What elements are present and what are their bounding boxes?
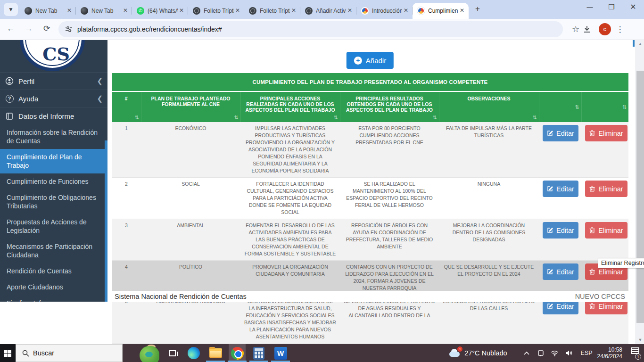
weather-icon[interactable]: 1 <box>448 349 461 357</box>
reload-button[interactable]: ⟳ <box>40 22 54 36</box>
forward-button[interactable]: → <box>22 22 36 36</box>
sort-icon[interactable]: ⇅ <box>134 115 139 121</box>
edit-button[interactable]: Editar <box>543 181 578 197</box>
sidebar-item-cumplimiento-plan[interactable]: Cumplimiento del Plan de Trabajo <box>0 149 107 173</box>
taskbar-explorer-button[interactable] <box>207 344 224 362</box>
bookmark-star-icon[interactable]: ☆ <box>569 24 583 34</box>
sidebar-item-cumplimiento-funciones[interactable]: Cumplimiento de Funciones <box>0 173 107 189</box>
wifi-icon[interactable] <box>549 350 561 356</box>
sort-icon[interactable]: ⇅ <box>532 115 537 121</box>
sort-icon[interactable]: ⇅ <box>575 104 579 110</box>
browser-tab[interactable]: Añadir Activi✕ <box>300 3 356 19</box>
window-restore-button[interactable]: ❐ <box>601 0 622 15</box>
volume-icon[interactable] <box>563 350 575 356</box>
sidebar-item-finalizar-informe[interactable]: Finalizar Informe <box>0 295 107 302</box>
sidebar-item-informacion-rendicion[interactable]: Información sobre la Rendición de Cuenta… <box>0 124 107 149</box>
windows-taskbar: Buscar W 1 27°C Nublado ESP 10:58 24/6/2… <box>0 344 644 362</box>
sidebar-item-mecanismos-participacion[interactable]: Mecanismos de Participación Ciudadana <box>0 239 107 263</box>
site-settings-icon[interactable] <box>65 25 73 33</box>
trash-icon <box>589 227 595 233</box>
scroll-up-arrow-icon[interactable]: ▲ <box>636 40 644 48</box>
new-tab-icon <box>25 7 32 15</box>
sidebar-item-aporte-ciudadanos[interactable]: Aporte Ciudadanos <box>0 279 107 295</box>
add-button[interactable]: + Añadir <box>347 52 394 69</box>
browser-scrollbar[interactable]: ▲ ▼ <box>636 40 644 344</box>
browser-tab[interactable]: New Tab✕ <box>76 3 132 19</box>
notification-center-button[interactable]: 1 <box>628 347 640 359</box>
close-tab-icon[interactable]: ✕ <box>458 7 466 15</box>
close-tab-icon[interactable]: ✕ <box>234 7 241 15</box>
browser-tab-active[interactable]: Cumplimient✕ <box>413 3 469 19</box>
web-page: CS Perfil ❮ ? Ayuda ❮ Datos del Informe … <box>0 40 644 344</box>
url-text: plataforma.cpccs.gob.ec/rendicioncuentas… <box>77 25 222 33</box>
scroll-down-arrow-icon[interactable]: ▼ <box>636 336 644 344</box>
col-acciones[interactable]: PRINCIPALES ACCIONES REALIZADAS EN CADA … <box>240 92 340 122</box>
profile-avatar[interactable]: c <box>599 23 611 35</box>
task-view-button[interactable] <box>164 344 181 362</box>
close-tab-icon[interactable]: ✕ <box>402 7 410 15</box>
browser-menu-icon[interactable]: ⋮ <box>613 25 627 34</box>
browser-tab[interactable]: Folleto Trípti✕ <box>244 3 300 19</box>
sidebar-item-obligaciones-tributarias[interactable]: Cumplimiento de Obligaciones Tributarias <box>0 189 107 214</box>
notification-icon <box>631 347 639 354</box>
col-plan[interactable]: PLAN DE TRABAJO PLANTEADO FORMALMENTE AL… <box>141 92 240 122</box>
close-tab-icon[interactable]: ✕ <box>290 7 297 15</box>
edit-button[interactable]: Editar <box>543 222 578 239</box>
sidebar-item-perfil[interactable]: Perfil ❮ <box>0 72 107 90</box>
sidebar-item-rendicion-cuentas[interactable]: Rendición de Cuentas <box>0 263 107 279</box>
trash-icon <box>589 269 595 275</box>
window-minimize-button[interactable]: — <box>579 0 601 15</box>
delete-button[interactable]: Eliminar <box>585 181 627 197</box>
edit-button[interactable]: Editar <box>543 125 578 141</box>
col-observaciones[interactable]: OBSERVACIONES⇅ <box>439 92 539 122</box>
chevron-down-icon: ▼ <box>8 6 14 13</box>
sort-icon[interactable]: ⇅ <box>432 115 437 121</box>
taskbar-calculator-button[interactable] <box>250 344 267 362</box>
taskbar-word-button[interactable]: W <box>272 344 289 362</box>
main-content: + Añadir CUMPLIMIENTO DEL PLAN DE TRABAJ… <box>107 40 636 344</box>
col-resultados[interactable]: PRINCIPALES RESULTADOS OBTENIDOS EN CADA… <box>340 92 439 122</box>
sort-icon[interactable]: ⇅ <box>622 104 627 110</box>
address-bar[interactable]: plataforma.cpccs.gob.ec/rendicioncuentas… <box>58 21 563 37</box>
sort-icon[interactable]: ⇅ <box>333 115 338 121</box>
table-header-row: #⇅ PLAN DE TRABAJO PLANTEADO FORMALMENTE… <box>112 92 628 122</box>
trash-icon <box>589 303 595 309</box>
close-tab-icon[interactable]: ✕ <box>122 7 129 15</box>
downloads-icon[interactable] <box>583 25 597 33</box>
language-indicator[interactable]: ESP <box>581 350 593 356</box>
taskbar-clock[interactable]: 10:58 24/6/2024 <box>597 346 622 360</box>
tab-search-button[interactable]: ▼ <box>4 3 18 16</box>
delete-button[interactable]: Eliminar <box>585 222 627 239</box>
device-sync-icon[interactable] <box>535 350 546 356</box>
delete-button[interactable]: Eliminar <box>585 125 627 141</box>
start-button[interactable] <box>0 344 16 362</box>
browser-tab[interactable]: Introducción✕ <box>356 3 413 19</box>
close-tab-icon[interactable]: ✕ <box>178 7 185 15</box>
folder-icon <box>209 348 222 358</box>
window-close-button[interactable]: ✕ <box>622 0 644 15</box>
taskbar-chrome-button[interactable] <box>229 344 246 362</box>
calculator-icon <box>253 347 264 360</box>
weather-text[interactable]: 27°C Nublado <box>464 349 507 357</box>
sidebar-item-propuestas-legislacion[interactable]: Propuestas de Acciones de Legislación <box>0 214 107 239</box>
close-tab-icon[interactable]: ✕ <box>66 7 73 15</box>
edit-button[interactable]: Editar <box>543 263 578 280</box>
browser-tab[interactable]: ✆(64) WhatsA✕ <box>132 3 188 19</box>
col-editar[interactable]: ⇅ <box>539 92 581 122</box>
table-row: 2 SOCIAL FORTALECER LA IDENTIDAD CULTURA… <box>112 178 628 219</box>
scrollbar-thumb[interactable] <box>636 71 644 323</box>
browser-tab[interactable]: Folleto Trípti✕ <box>188 3 244 19</box>
taskbar-edge-button[interactable] <box>185 344 202 362</box>
close-tab-icon[interactable]: ✕ <box>346 7 354 15</box>
back-button[interactable]: ← <box>4 22 18 36</box>
sidebar-item-ayuda[interactable]: ? Ayuda ❮ <box>0 90 107 107</box>
taskbar-search-input[interactable]: Buscar <box>16 344 123 362</box>
col-num[interactable]: #⇅ <box>112 92 141 122</box>
col-eliminar[interactable]: ⇅ <box>581 92 628 122</box>
sort-icon[interactable]: ⇅ <box>234 115 238 121</box>
browser-tab[interactable]: New Tab✕ <box>20 3 76 19</box>
tray-expand-icon[interactable] <box>521 351 532 355</box>
sidebar-section-datos-informe[interactable]: Datos del Informe <box>0 107 107 124</box>
new-tab-button[interactable]: + <box>471 3 484 16</box>
clock-time: 10:58 <box>597 346 622 353</box>
